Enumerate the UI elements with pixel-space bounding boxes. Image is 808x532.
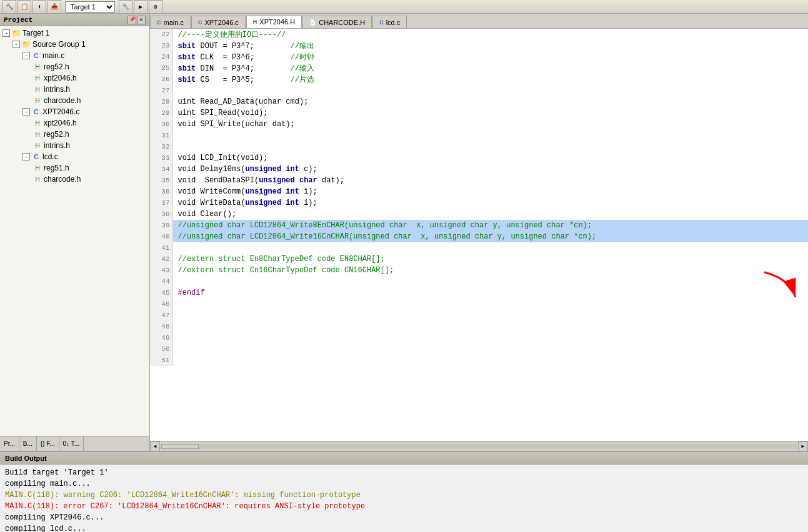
build-line-5: compiling XPT2046.c... xyxy=(5,512,803,523)
target-dropdown[interactable]: Target 1 xyxy=(65,1,115,12)
build-line-3: MAIN.C(118): warning C206: 'LCD12864_Wri… xyxy=(5,490,803,501)
toolbar-btn-5[interactable]: 🔧 xyxy=(119,0,132,14)
code-line-24: 24 sbit CLK = P3^6; //时钟 xyxy=(150,51,808,62)
scroll-left-btn[interactable]: ◀ xyxy=(150,441,160,451)
expand-lcd-c[interactable]: - xyxy=(22,153,30,160)
code-line-42: 42 //extern struct En8CharTypeDef code E… xyxy=(150,254,808,265)
code-line-50: 50 xyxy=(150,343,808,355)
debug-btn[interactable]: ▶ xyxy=(134,0,147,14)
tree-intrins-h-1[interactable]: H intrins.h xyxy=(0,84,149,95)
line-num-29: 29 xyxy=(150,107,172,119)
build-line-6: compiling lcd.c... xyxy=(5,523,803,532)
tree-charcode-h-1[interactable]: H charcode.h xyxy=(0,95,149,106)
tab-main-c[interactable]: C main.c xyxy=(150,16,191,28)
horizontal-scrollbar[interactable]: ◀ ▶ xyxy=(150,441,808,451)
code-content-48 xyxy=(172,321,808,332)
code-content-49 xyxy=(172,332,808,343)
panel-close-btn[interactable]: ✕ xyxy=(137,16,146,24)
code-content-39: //unsigned char LCD12864_Write8EnCHAR(un… xyxy=(172,220,808,231)
code-content-42: //extern struct En8CharTypeDef code EN8C… xyxy=(172,254,808,265)
main-c-label: main.c xyxy=(42,51,64,60)
code-line-23: 23 sbit DOUT = P3^7; //输出 xyxy=(150,40,808,51)
toolbar-btn-1[interactable]: 🔨 xyxy=(2,0,16,14)
code-line-47: 47 xyxy=(150,310,808,321)
tab-charcode-h[interactable]: 📄 CHARCODE.H xyxy=(302,16,372,28)
line-num-36: 36 xyxy=(150,186,172,197)
code-area[interactable]: 22 //----定义使用的IO口----// 23 sbit DOUT = P… xyxy=(150,29,808,441)
tree-reg52-h-1[interactable]: H reg52.h xyxy=(0,61,149,72)
tree-lcd-c[interactable]: - C lcd.c xyxy=(0,151,149,162)
code-content-32 xyxy=(172,141,808,152)
code-wrapper: 22 //----定义使用的IO口----// 23 sbit DOUT = P… xyxy=(150,29,808,451)
code-line-48: 48 xyxy=(150,321,808,332)
scroll-right-btn[interactable]: ▶ xyxy=(798,441,808,451)
tree-xpt2046-h-2[interactable]: H xpt2046.h xyxy=(0,117,149,129)
scroll-track xyxy=(161,444,797,449)
tab-xpt2046-c[interactable]: C XPT2046.c xyxy=(191,16,246,28)
target-folder-icon: 📁 xyxy=(11,28,21,38)
line-num-49: 49 xyxy=(150,332,172,343)
reg52-h-2-label: reg52.h xyxy=(44,130,69,139)
reg52-h-1-icon: H xyxy=(32,62,42,72)
reg51-h-icon: H xyxy=(32,163,42,173)
expand-xpt2046-c[interactable]: - xyxy=(22,108,30,116)
code-content-41 xyxy=(172,242,808,254)
code-content-51 xyxy=(172,355,808,366)
tree-xpt2046-c[interactable]: - C XPT2046.c xyxy=(0,106,149,117)
reg52-h-2-icon: H xyxy=(32,129,42,139)
target-label: Target 1 xyxy=(22,29,49,37)
tree-charcode-h-2[interactable]: H charcode.h xyxy=(0,174,149,185)
tab-books-label: B... xyxy=(23,440,32,447)
tab-books[interactable]: B... xyxy=(19,436,37,451)
line-num-45: 45 xyxy=(150,287,172,298)
toolbar-btn-3[interactable]: ⬆ xyxy=(32,0,46,14)
code-content-27 xyxy=(172,85,808,96)
tree-xpt2046-h-1[interactable]: H xpt2046.h xyxy=(0,72,149,84)
expand-source-group[interactable]: - xyxy=(12,41,20,48)
main-layout: Project 📌 ✕ - 📁 Target 1 - 📁 Source Gro xyxy=(0,14,808,532)
code-content-23: sbit DOUT = P3^7; //输出 xyxy=(172,40,808,51)
xpt2046-h-1-icon: H xyxy=(32,73,42,83)
tab-lcd-c[interactable]: C lcd.c xyxy=(372,16,407,28)
intrins-h-1-icon: H xyxy=(32,84,42,94)
expand-target[interactable]: - xyxy=(2,29,10,37)
tab-functions[interactable]: {} F... xyxy=(37,436,59,451)
line-num-30: 30 xyxy=(150,119,172,130)
expand-main-c[interactable]: - xyxy=(22,52,30,59)
load-btn[interactable]: 📥 xyxy=(47,0,61,14)
main-c-icon: C xyxy=(31,51,41,61)
line-num-40: 40 xyxy=(150,231,172,242)
charcode-h-2-label: charcode.h xyxy=(44,175,81,184)
tab-xpt2046-h[interactable]: H XPT2046.H xyxy=(246,16,302,28)
code-content-34: void Delay10ms(unsigned int c); xyxy=(172,164,808,175)
line-num-24: 24 xyxy=(150,51,172,62)
tree-source-group[interactable]: - 📁 Source Group 1 xyxy=(0,39,149,50)
scroll-thumb[interactable] xyxy=(161,444,199,449)
tree-target[interactable]: - 📁 Target 1 xyxy=(0,27,149,39)
code-line-43: 43 //extern struct Cn16CharTypeDef code … xyxy=(150,265,808,276)
toolbar-btn-2[interactable]: 📋 xyxy=(17,0,31,14)
tree-reg52-h-2[interactable]: H reg52.h xyxy=(0,129,149,140)
line-num-51: 51 xyxy=(150,355,172,366)
tab-project[interactable]: Pr... xyxy=(0,436,19,451)
line-num-27: 27 xyxy=(150,85,172,96)
tab-templates[interactable]: 0↓ T... xyxy=(59,436,84,451)
right-panel: C main.c C XPT2046.c H XPT2046.H 📄 CHARC… xyxy=(150,14,808,451)
project-panel-header: Project 📌 ✕ xyxy=(0,14,149,26)
code-content-50 xyxy=(172,343,808,355)
build-output-text: Build target 'Target 1' compiling main.c… xyxy=(0,465,808,532)
line-num-32: 32 xyxy=(150,141,172,152)
reg51-h-label: reg51.h xyxy=(44,164,69,172)
tab-main-c-icon: C xyxy=(157,19,161,26)
toolbar-btn-7[interactable]: ⚙ xyxy=(149,0,162,14)
line-num-47: 47 xyxy=(150,310,172,321)
tab-functions-label: {} F... xyxy=(41,440,55,447)
tab-charcode-h-label: CHARCODE.H xyxy=(319,19,365,26)
panel-pin-btn[interactable]: 📌 xyxy=(127,16,136,24)
charcode-h-1-label: charcode.h xyxy=(44,96,81,105)
lcd-c-label: lcd.c xyxy=(42,152,58,161)
tree-main-c[interactable]: - C main.c xyxy=(0,50,149,61)
tree-intrins-h-2[interactable]: H intrins.h xyxy=(0,140,149,151)
code-line-35: 35 void SendDataSPI(unsigned char dat); xyxy=(150,175,808,186)
tree-reg51-h[interactable]: H reg51.h xyxy=(0,162,149,174)
